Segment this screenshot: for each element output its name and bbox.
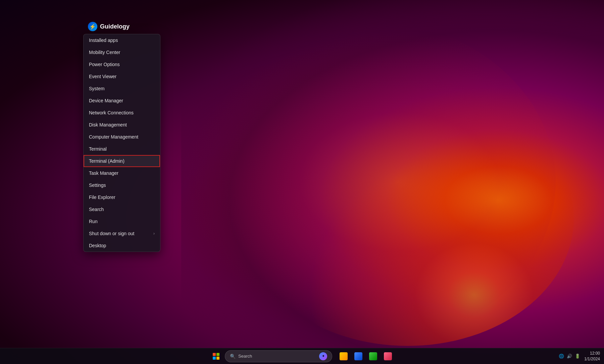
menu-item-label-search: Search: [89, 207, 104, 212]
start-button[interactable]: [209, 350, 223, 363]
taskbar-apps: [337, 350, 395, 363]
menu-item-shut-down-sign-out[interactable]: Shut down or sign out›: [84, 227, 160, 240]
menu-item-computer-management[interactable]: Computer Management: [84, 131, 160, 143]
taskbar-app-icon-2: [354, 352, 362, 360]
guidelogy-logo-icon: [88, 22, 97, 31]
menu-item-label-terminal-admin: Terminal (Admin): [89, 158, 124, 164]
menu-item-task-manager[interactable]: Task Manager: [84, 167, 160, 179]
menu-item-label-file-explorer: File Explorer: [89, 195, 115, 200]
menu-item-system[interactable]: System: [84, 83, 160, 95]
system-tray: 🌐 🔊 🔋: [559, 354, 580, 359]
menu-item-label-mobility-center: Mobility Center: [89, 50, 120, 55]
network-tray-icon: 🌐: [559, 354, 564, 359]
menu-item-label-desktop: Desktop: [89, 243, 106, 248]
windows-logo-icon: [213, 353, 219, 360]
menu-item-desktop[interactable]: Desktop: [84, 240, 160, 252]
menu-item-label-system: System: [89, 86, 105, 91]
clock[interactable]: 12:00 1/1/2024: [584, 351, 600, 362]
battery-tray-icon: 🔋: [575, 354, 580, 359]
menu-item-label-network-connections: Network Connections: [89, 110, 134, 115]
menu-item-label-task-manager: Task Manager: [89, 170, 118, 176]
volume-tray-icon: 🔊: [567, 354, 572, 359]
taskbar-search-copilot-icon: ✦: [319, 352, 327, 360]
win-logo-cell-1: [213, 353, 216, 356]
taskbar-app-4[interactable]: [381, 350, 395, 363]
menu-item-arrow-shut-down-sign-out: ›: [153, 231, 155, 236]
taskbar-app-2[interactable]: [352, 350, 365, 363]
taskbar-app-icon-1: [340, 352, 348, 360]
menu-item-label-disk-management: Disk Management: [89, 122, 127, 127]
menu-item-terminal[interactable]: Terminal: [84, 143, 160, 155]
menu-item-power-options[interactable]: Power Options: [84, 58, 160, 70]
menu-item-network-connections[interactable]: Network Connections: [84, 107, 160, 119]
planet-glow: [163, 18, 556, 346]
menu-item-label-power-options: Power Options: [89, 62, 120, 67]
menu-item-label-installed-apps: Installed apps: [89, 38, 118, 43]
menu-item-run[interactable]: Run: [84, 215, 160, 227]
menu-item-label-settings: Settings: [89, 183, 106, 188]
search-icon: 🔍: [230, 354, 236, 359]
menu-item-label-computer-management: Computer Management: [89, 134, 138, 140]
menu-item-settings[interactable]: Settings: [84, 179, 160, 191]
clock-time: 12:00: [584, 351, 600, 356]
taskbar-app-1[interactable]: [337, 350, 350, 363]
menu-item-search[interactable]: Search: [84, 203, 160, 215]
menu-item-label-shut-down-sign-out: Shut down or sign out: [89, 231, 134, 236]
taskbar: 🔍 Search ✦ 🌐 🔊 🔋: [0, 348, 604, 364]
menu-item-device-manager[interactable]: Device Manager: [84, 95, 160, 107]
menu-item-file-explorer[interactable]: File Explorer: [84, 191, 160, 203]
copilot-icon: ✦: [322, 354, 325, 358]
menu-item-terminal-admin[interactable]: Terminal (Admin): [84, 155, 160, 167]
context-menu-header: Guidelogy: [83, 18, 160, 34]
menu-item-label-event-viewer: Event Viewer: [89, 74, 116, 79]
win-logo-cell-3: [213, 357, 216, 360]
taskbar-app-icon-3: [369, 352, 377, 360]
menu-item-label-device-manager: Device Manager: [89, 98, 123, 103]
guidelogy-title: Guidelogy: [100, 23, 130, 30]
menu-item-label-run: Run: [89, 219, 98, 224]
win-logo-cell-4: [216, 357, 219, 360]
taskbar-right: 🌐 🔊 🔋 12:00 1/1/2024: [559, 351, 600, 362]
context-menu-wrapper: Guidelogy Installed appsMobility CenterP…: [83, 18, 160, 252]
menu-item-label-terminal: Terminal: [89, 146, 107, 152]
menu-item-mobility-center[interactable]: Mobility Center: [84, 46, 160, 58]
taskbar-center: 🔍 Search ✦: [209, 350, 395, 363]
menu-item-disk-management[interactable]: Disk Management: [84, 119, 160, 131]
taskbar-app-3[interactable]: [366, 350, 380, 363]
taskbar-app-icon-4: [384, 352, 392, 360]
win-logo-cell-2: [216, 353, 219, 356]
taskbar-search-label: Search: [238, 354, 252, 359]
clock-date: 1/1/2024: [584, 356, 600, 362]
menu-item-installed-apps[interactable]: Installed apps: [84, 34, 160, 46]
taskbar-search-bar[interactable]: 🔍 Search ✦: [225, 350, 332, 362]
menu-item-event-viewer[interactable]: Event Viewer: [84, 70, 160, 83]
context-menu: Installed appsMobility CenterPower Optio…: [83, 34, 160, 252]
